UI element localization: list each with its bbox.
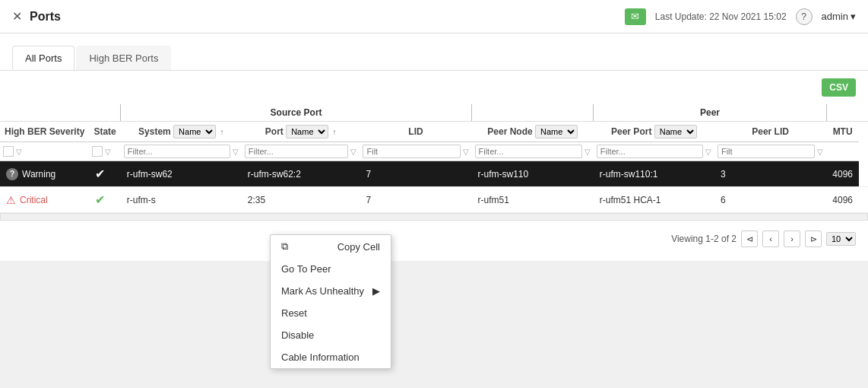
gh-severity	[0, 104, 89, 122]
system-name-select[interactable]: Name	[173, 125, 216, 138]
ports-table: Source Port Peer High BER Severity State…	[0, 104, 868, 213]
peer-port-select[interactable]: Name	[654, 125, 697, 138]
filter-peer-node: ▽	[472, 142, 594, 161]
table-container: Source Port Peer High BER Severity State…	[0, 104, 868, 261]
viewing-label: Viewing 1-2 of 2	[671, 234, 737, 244]
severity-filter-checkbox[interactable]	[3, 146, 14, 157]
context-menu-item-copy-cell[interactable]: ⧉Copy Cell	[271, 235, 391, 258]
th-peer-port: Peer Port Name	[594, 122, 714, 142]
cell-mtu: 4096	[826, 187, 859, 213]
system-sort-icon[interactable]: ↑	[220, 128, 223, 136]
gh-state	[89, 104, 120, 122]
filter-lid: ▽	[360, 142, 471, 161]
table-body: ?Warning✔r-ufm-sw62r-ufm-sw62:27r-ufm-sw…	[0, 161, 868, 213]
filter-severity: ▽	[0, 142, 89, 161]
cell-severity: ⚠Critical	[0, 187, 89, 213]
close-button[interactable]: ✕	[12, 9, 22, 24]
lid-filter-input[interactable]	[363, 145, 460, 158]
table-row[interactable]: ⚠Critical✔r-ufm-s2:357r-ufm51r-ufm51 HCA…	[0, 187, 868, 213]
last-page-button[interactable]: ⊳	[805, 231, 822, 247]
peer-lid-filter-input[interactable]	[718, 145, 815, 158]
peer-node-filter-input[interactable]	[475, 145, 582, 158]
cell-port: r-ufm-sw62:2	[242, 161, 360, 187]
cell-mtu: 4096	[826, 161, 859, 187]
cell-state: ✔	[89, 161, 120, 187]
th-port: Port Name ↑	[242, 122, 360, 142]
filter-state: ▽	[89, 142, 120, 161]
mail-icon[interactable]: ✉	[625, 8, 646, 25]
tab-high-ber-ports[interactable]: High BER Ports	[76, 46, 171, 70]
check-icon: ✔	[95, 167, 105, 180]
context-menu-item-go-to-peer[interactable]: Go To Peer	[271, 258, 391, 261]
cell-system: r-ufm-sw62	[121, 161, 242, 187]
peer-port-filter-arrow: ▽	[705, 148, 711, 156]
cell-severity: ?Warning	[0, 161, 89, 187]
cell-peer-port: r-ufm-sw110:1	[594, 161, 714, 187]
gh-peer: Peer	[594, 104, 827, 122]
th-lid: LID	[360, 122, 471, 142]
tabs: All Ports High BER Ports	[0, 33, 868, 71]
cell-system: r-ufm-s	[121, 187, 242, 213]
cell-peer-node: r-ufm51	[472, 187, 594, 213]
system-filter-input[interactable]	[124, 145, 230, 158]
severity-filter-arrow: ▽	[16, 148, 22, 156]
table-row[interactable]: ?Warning✔r-ufm-sw62r-ufm-sw62:27r-ufm-sw…	[0, 161, 868, 187]
cell-port: 2:35	[242, 187, 360, 213]
group-header-row: Source Port Peer	[0, 104, 868, 122]
peer-port-filter-input[interactable]	[597, 145, 703, 158]
critical-icon: ⚠	[6, 194, 16, 206]
copy-cell-icon: ⧉	[281, 240, 288, 253]
gh-mtu	[859, 104, 868, 122]
system-filter-arrow: ▽	[233, 148, 239, 156]
cell-peer-node: r-ufm-sw110	[472, 161, 594, 187]
per-page-select[interactable]: 10 25 50	[826, 232, 856, 246]
state-filter-arrow: ▽	[105, 148, 111, 156]
column-header-row: High BER Severity State System Name ↑ Po…	[0, 122, 868, 142]
filter-row: ▽ ▽ ▽	[0, 142, 868, 161]
header: ✕ Ports ✉ Last Update: 22 Nov 2021 15:02…	[0, 0, 868, 33]
cell-lid: 7	[360, 187, 471, 213]
admin-menu[interactable]: admin ▾	[822, 11, 856, 22]
filter-peer-port: ▽	[594, 142, 714, 161]
th-system: System Name ↑	[121, 122, 242, 142]
context-menu: ⧉Copy CellGo To PeerMark As Unhealthy▶Re…	[270, 234, 391, 261]
first-page-button[interactable]: ⊲	[741, 231, 758, 247]
th-peer-node: Peer Node Name	[472, 122, 594, 142]
tab-all-ports[interactable]: All Ports	[12, 46, 74, 70]
pagination: Viewing 1-2 of 2 ⊲ ‹ › ⊳ 10 25 50	[0, 224, 868, 253]
header-right: ✉ Last Update: 22 Nov 2021 15:02 ? admin…	[625, 8, 856, 25]
horizontal-scrollbar[interactable]	[0, 213, 868, 221]
port-sort-icon[interactable]: ↑	[333, 128, 337, 136]
port-name-select[interactable]: Name	[286, 125, 328, 138]
th-state: State	[89, 122, 120, 142]
lid-filter-arrow: ▽	[463, 148, 469, 156]
port-filter-arrow: ▽	[350, 148, 356, 156]
help-button[interactable]: ?	[796, 8, 813, 25]
check-icon: ✔	[95, 193, 105, 206]
toolbar: CSV	[0, 71, 868, 104]
filter-mtu	[826, 142, 859, 161]
th-mtu: MTU	[826, 122, 859, 142]
cell-peer-lid: 6	[714, 187, 826, 213]
filter-port: ▽	[242, 142, 360, 161]
peer-node-select[interactable]: Name	[535, 125, 578, 138]
csv-button[interactable]: CSV	[822, 78, 856, 97]
cell-state: ✔	[89, 187, 120, 213]
th-severity: High BER Severity	[0, 122, 89, 142]
filter-peer-lid: ▽	[714, 142, 826, 161]
filter-system: ▽	[121, 142, 242, 161]
warning-label: Warning	[22, 169, 55, 180]
last-update-label: Last Update: 22 Nov 2021 15:02	[655, 11, 787, 22]
gh-source-port: Source Port	[121, 104, 472, 122]
prev-page-button[interactable]: ‹	[762, 231, 779, 247]
state-filter-checkbox[interactable]	[92, 146, 103, 157]
context-menu-label: Copy Cell	[337, 241, 380, 253]
gh-lid	[472, 104, 594, 122]
content: All Ports High BER Ports CSV Source Port…	[0, 33, 868, 261]
port-filter-input[interactable]	[245, 145, 349, 158]
page-title: Ports	[30, 10, 625, 24]
cell-peer-port: r-ufm51 HCA-1	[594, 187, 714, 213]
th-peer-lid: Peer LID	[714, 122, 826, 142]
peer-lid-filter-arrow: ▽	[817, 148, 823, 156]
next-page-button[interactable]: ›	[784, 231, 800, 247]
